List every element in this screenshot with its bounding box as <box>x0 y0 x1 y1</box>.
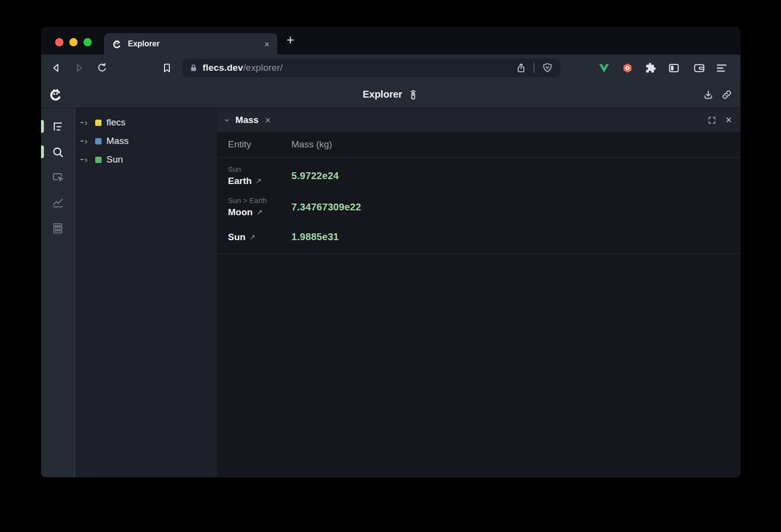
open-entity-icon[interactable]: ↗ <box>256 177 262 185</box>
tab-strip: Explorer × + <box>41 27 740 55</box>
sidebar-toggle-icon[interactable] <box>668 62 679 74</box>
url-path: /explorer/ <box>243 62 283 73</box>
close-query-tab-icon[interactable]: × <box>265 115 271 125</box>
tree-item-label[interactable]: flecs <box>106 117 125 128</box>
entity-parent-path: Sun > Earth <box>228 196 291 205</box>
open-entity-icon[interactable]: ↗ <box>249 233 256 242</box>
tree-item-flecs[interactable]: › flecs <box>75 113 217 132</box>
mass-value: 1.9885e31 <box>291 231 339 243</box>
tree-item-label[interactable]: Mass <box>106 136 128 146</box>
inspect-cursor-icon <box>51 171 64 184</box>
expand-chevron-icon[interactable]: › <box>81 118 93 127</box>
rail-item-chart[interactable] <box>41 190 74 215</box>
page-title: Explorer <box>363 88 419 101</box>
page-header: Explorer <box>41 81 740 108</box>
tree-item-mass[interactable]: › Mass <box>75 132 217 150</box>
tables-icon <box>51 222 64 235</box>
wallet-icon[interactable] <box>693 62 705 74</box>
page-title-label: Explorer <box>363 89 402 100</box>
collapse-chevron-icon[interactable]: › <box>223 119 232 122</box>
chart-icon <box>51 196 64 209</box>
tree-item-label[interactable]: Sun <box>106 154 123 165</box>
table-row: Sun Earth↗ 5.9722e24 <box>217 160 740 191</box>
expand-chevron-icon[interactable]: › <box>81 137 93 146</box>
column-header-entity: Entity <box>228 139 291 150</box>
flecs-favicon-icon <box>112 39 122 49</box>
new-tab-button[interactable]: + <box>287 33 294 48</box>
mass-value: 5.9722e24 <box>291 170 339 182</box>
entity-name[interactable]: Sun <box>228 232 246 243</box>
rail-item-tree[interactable] <box>41 114 74 139</box>
entity-color-swatch <box>95 138 102 144</box>
brave-shield-icon[interactable] <box>541 62 554 74</box>
left-icon-rail <box>41 108 74 477</box>
back-icon[interactable] <box>50 62 62 74</box>
tree-icon <box>51 120 64 133</box>
forward-icon[interactable] <box>73 62 85 74</box>
nav-toolbar: flecs.dev/explorer/ <box>41 55 740 81</box>
url-text: flecs.dev/explorer/ <box>203 62 283 73</box>
traffic-lights <box>55 38 92 46</box>
flecs-logo-icon[interactable] <box>48 87 63 102</box>
tree-item-sun[interactable]: › Sun <box>75 150 217 169</box>
active-indicator <box>41 120 44 133</box>
maximize-window-button[interactable] <box>83 38 92 46</box>
entity-tree-panel: › flecs › Mass › Sun <box>74 108 217 477</box>
extensions-puzzle-icon[interactable] <box>645 62 657 74</box>
url-domain: flecs.dev <box>203 62 243 73</box>
result-rows: Sun Earth↗ 5.9722e24 Sun > Earth Moon↗ 7… <box>217 158 740 254</box>
search-icon <box>51 145 64 159</box>
share-icon[interactable] <box>515 62 527 74</box>
table-row: Sun↗ 1.9885e31 <box>217 226 740 247</box>
connection-remote-icon[interactable] <box>408 88 419 101</box>
entity-parent-path: Sun <box>228 165 291 173</box>
browser-tab[interactable]: Explorer × <box>104 33 277 55</box>
query-tab-title[interactable]: Mass <box>235 115 259 125</box>
close-tab-icon[interactable]: × <box>264 40 269 49</box>
browser-window: Explorer × + <box>41 27 740 477</box>
tab-title: Explorer <box>128 40 264 48</box>
reload-icon[interactable] <box>96 62 108 74</box>
active-indicator <box>41 145 44 158</box>
table-row: Sun > Earth Moon↗ 7.34767309e22 <box>217 191 740 223</box>
mass-value: 7.34767309e22 <box>291 202 361 213</box>
entity-name[interactable]: Earth <box>228 176 252 186</box>
rail-item-tables[interactable] <box>41 215 74 241</box>
link-icon[interactable] <box>721 89 733 101</box>
rail-item-search[interactable] <box>41 139 74 164</box>
hexagon-extension-icon[interactable] <box>621 62 633 74</box>
query-panel: › Mass × × Entity <box>217 108 740 477</box>
query-panel-tab-bar: › Mass × × <box>217 108 740 132</box>
lock-icon <box>189 63 198 72</box>
expand-chevron-icon[interactable]: › <box>81 155 93 164</box>
entity-color-swatch <box>95 120 102 126</box>
vue-devtools-extension-icon[interactable] <box>598 62 610 74</box>
result-table-header: Entity Mass (kg) <box>217 132 740 158</box>
download-icon[interactable] <box>702 89 714 101</box>
entity-color-swatch <box>95 157 102 163</box>
rail-item-inspect[interactable] <box>41 164 74 190</box>
divider <box>534 62 534 73</box>
address-bar[interactable]: flecs.dev/explorer/ <box>183 59 560 77</box>
fullscreen-icon[interactable] <box>707 115 717 125</box>
column-header-mass: Mass (kg) <box>291 139 332 150</box>
entity-name[interactable]: Moon <box>228 207 253 218</box>
close-panel-icon[interactable]: × <box>725 115 732 125</box>
browser-menu-icon[interactable] <box>716 62 727 74</box>
minimize-window-button[interactable] <box>69 38 78 46</box>
open-entity-icon[interactable]: ↗ <box>257 208 263 217</box>
panel-empty-area <box>217 254 740 477</box>
bookmark-icon[interactable] <box>161 62 173 74</box>
close-window-button[interactable] <box>55 38 63 46</box>
